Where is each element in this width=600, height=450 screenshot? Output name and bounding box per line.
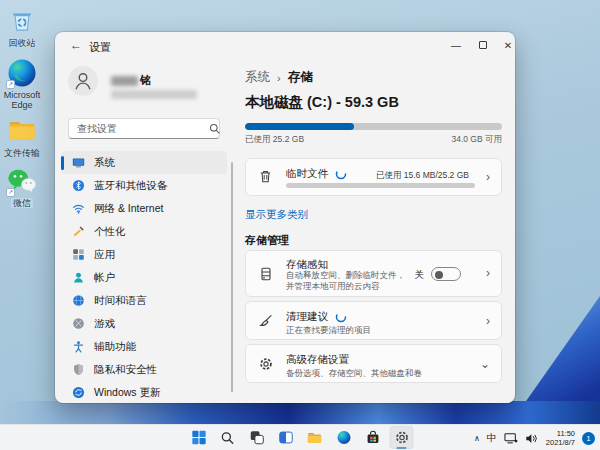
trash-icon xyxy=(258,169,273,184)
search-box[interactable] xyxy=(68,118,220,139)
sidebar-item-personalization[interactable]: 个性化 xyxy=(61,220,227,243)
tray-time: 11:50 xyxy=(546,429,575,438)
storage-sense-icon xyxy=(258,266,274,282)
wifi-icon xyxy=(72,202,85,215)
sidebar-item-time-language[interactable]: 时间和语言 xyxy=(61,289,227,312)
taskbar-start-button[interactable] xyxy=(187,426,211,449)
network-icon[interactable] xyxy=(504,432,518,445)
sidebar-item-apps[interactable]: 应用 xyxy=(61,243,227,266)
sidebar-item-gaming[interactable]: 游戏 xyxy=(61,312,227,335)
account-person-icon xyxy=(72,271,85,284)
bluetooth-icon xyxy=(72,179,85,192)
disk-title: 本地磁盘 (C:) - 59.3 GB xyxy=(245,93,399,112)
temp-files-card[interactable]: 临时文件 已使用 15.6 MB/25.2 GB › xyxy=(245,158,502,196)
loading-spinner-icon xyxy=(335,168,347,180)
loading-spinner-icon xyxy=(335,311,347,323)
brush-icon xyxy=(72,225,85,238)
tray-expand-button[interactable]: ∧ xyxy=(474,434,480,443)
disk-usage-bar xyxy=(245,123,502,130)
microsoft-store-icon xyxy=(365,430,380,445)
search-icon xyxy=(209,123,221,135)
user-name-redacted xyxy=(111,76,138,86)
advanced-storage-title: 高级存储设置 xyxy=(286,353,349,367)
toggle-state-label: 关 xyxy=(415,269,425,282)
notification-badge[interactable]: 1 xyxy=(582,432,595,445)
folder-icon xyxy=(7,116,37,146)
window-title: 设置 xyxy=(89,40,111,55)
breadcrumb-parent[interactable]: 系统 xyxy=(245,69,270,86)
search-input[interactable] xyxy=(69,123,209,134)
back-button[interactable]: ← xyxy=(68,38,84,54)
sidebar-item-accessibility[interactable]: 辅助功能 xyxy=(61,335,227,358)
sidebar-item-bluetooth-devices[interactable]: 蓝牙和其他设备 xyxy=(61,174,227,197)
taskbar-edge-button[interactable] xyxy=(332,426,356,449)
recycle-bin-icon xyxy=(7,6,37,36)
taskbar-explorer-button[interactable] xyxy=(303,426,327,449)
desktop-icon-label: 文件传输 xyxy=(4,148,40,158)
system-icon xyxy=(72,156,85,169)
cleanup-title: 清理建议 xyxy=(286,310,328,324)
sidebar-scrollbar[interactable] xyxy=(231,162,233,392)
storage-sense-card[interactable]: 存储感知 自动释放空间、删除临时文件， 并管理本地可用的云内容 关 › xyxy=(245,250,502,297)
taskbar-widgets-button[interactable] xyxy=(274,426,298,449)
search-icon xyxy=(221,431,235,445)
shortcut-arrow-icon: ↗ xyxy=(6,188,15,197)
task-view-icon xyxy=(249,430,264,445)
chevron-right-icon: › xyxy=(486,314,490,328)
settings-gear-icon xyxy=(394,430,409,445)
breadcrumb-current: 存储 xyxy=(288,69,313,86)
tray-clock[interactable]: 11:50 2021/8/7 xyxy=(546,429,575,447)
apps-icon xyxy=(72,248,85,261)
shield-icon xyxy=(72,363,85,376)
toggle-knob xyxy=(435,271,443,279)
sidebar-item-network[interactable]: 网络 & Internet xyxy=(61,197,227,220)
desktop-icon-label: 回收站 xyxy=(9,38,36,48)
chevron-down-icon: ⌄ xyxy=(480,357,490,371)
taskbar-taskview-button[interactable] xyxy=(245,426,269,449)
desktop-icon-recycle-bin[interactable]: 回收站 xyxy=(0,6,44,48)
storage-sense-toggle[interactable] xyxy=(431,267,461,281)
show-more-categories-link[interactable]: 显示更多类别 xyxy=(245,208,308,222)
ime-indicator[interactable]: 中 xyxy=(487,431,497,445)
wallpaper-bloom-bottom xyxy=(0,401,600,424)
temp-files-title: 临时文件 xyxy=(286,167,328,181)
wechat-icon: ↗ xyxy=(7,166,37,196)
taskbar-store-button[interactable] xyxy=(361,426,385,449)
desktop-icon-file-transfer[interactable]: 文件传输 xyxy=(0,116,44,158)
disk-free-label: 34.0 GB 可用 xyxy=(451,134,502,146)
person-icon xyxy=(70,68,96,94)
desktop-icon-label: Microsoft Edge xyxy=(0,90,44,110)
user-name: 铭 xyxy=(111,73,151,88)
chevron-right-icon: › xyxy=(486,266,490,280)
advanced-storage-card[interactable]: 高级存储设置 备份选项、存储空间、其他磁盘和卷 ⌄ xyxy=(245,344,502,383)
edge-icon: ↗ xyxy=(7,58,37,88)
tray-date: 2021/8/7 xyxy=(546,438,575,447)
temp-files-bar xyxy=(286,183,475,188)
storage-management-heading: 存储管理 xyxy=(245,233,289,248)
cleanup-recommendations-card[interactable]: 清理建议 正在查找要清理的项目 › xyxy=(245,301,502,340)
temp-files-usage: 已使用 15.6 MB/25.2 GB xyxy=(376,170,469,182)
breadcrumb: 系统 › 存储 xyxy=(245,69,313,86)
disk-usage-fill xyxy=(245,123,354,130)
gear-icon xyxy=(258,356,274,372)
file-explorer-icon xyxy=(307,430,323,446)
desktop-icon-edge[interactable]: ↗ Microsoft Edge xyxy=(0,58,44,110)
sidebar-item-accounts[interactable]: 帐户 xyxy=(61,266,227,289)
storage-sense-desc-line2: 并管理本地可用的云内容 xyxy=(286,281,380,293)
desktop-icon-wechat[interactable]: ↗ 微信 xyxy=(0,166,44,208)
xbox-icon xyxy=(72,317,85,330)
widgets-icon xyxy=(278,430,293,445)
shortcut-arrow-icon: ↗ xyxy=(6,80,15,89)
update-icon xyxy=(72,386,85,399)
windows-start-icon xyxy=(191,430,206,445)
settings-window: ← 设置 — ✕ 铭 系统 xyxy=(55,32,515,403)
taskbar-search-button[interactable] xyxy=(216,426,240,449)
sidebar-item-system[interactable]: 系统 xyxy=(61,151,227,174)
taskbar-settings-button[interactable] xyxy=(390,426,414,449)
edge-icon xyxy=(336,430,351,445)
avatar[interactable] xyxy=(68,66,98,96)
sidebar-item-privacy-security[interactable]: 隐私和安全性 xyxy=(61,358,227,381)
disk-used-label: 已使用 25.2 GB xyxy=(245,134,304,146)
sidebar-item-windows-update[interactable]: Windows 更新 xyxy=(61,381,227,403)
volume-icon[interactable] xyxy=(525,432,539,445)
